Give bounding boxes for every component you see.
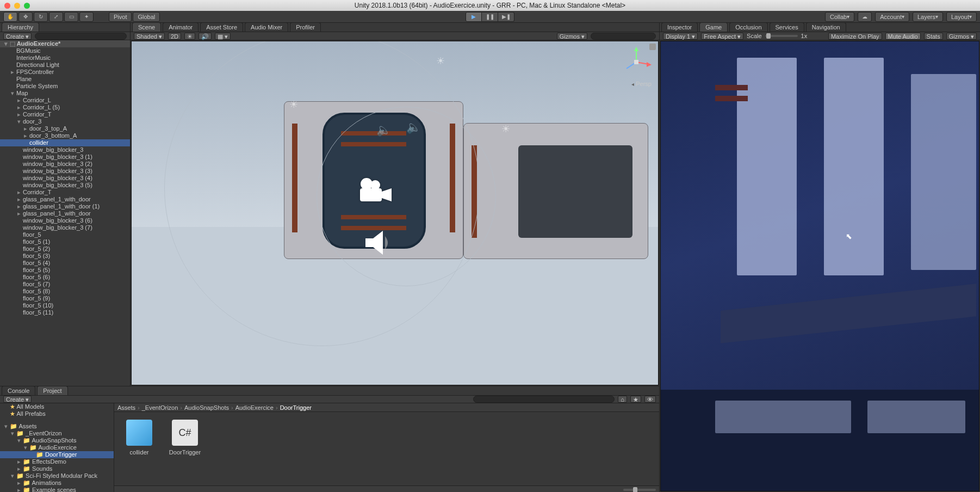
hierarchy-item[interactable]: ▾door_3 bbox=[0, 118, 130, 125]
hierarchy-item[interactable]: floor_5 (9) bbox=[0, 295, 130, 302]
shading-mode-dropdown[interactable]: Shaded ▾ bbox=[134, 33, 165, 40]
asset-item[interactable]: C#DoorTrigger bbox=[168, 420, 202, 456]
project-folder[interactable]: ▸📁 Example scenes bbox=[0, 487, 114, 492]
tab-console[interactable]: Console bbox=[2, 386, 35, 395]
breadcrumb-segment[interactable]: _EventOrizon bbox=[142, 404, 178, 411]
hierarchy-item[interactable]: ▸door_3_bottom_A bbox=[0, 132, 130, 139]
global-toggle-button[interactable]: Global bbox=[133, 12, 160, 22]
project-hidden-button[interactable]: 👁 bbox=[644, 396, 656, 403]
hierarchy-item[interactable]: ▸Corridor_T bbox=[0, 189, 130, 196]
scene-maximize-button[interactable] bbox=[649, 44, 656, 50]
breadcrumb-segment[interactable]: Assets bbox=[117, 404, 135, 411]
tab-hierarchy[interactable]: Hierarchy bbox=[2, 22, 39, 32]
camera-gizmo-icon[interactable] bbox=[355, 177, 393, 205]
asset-item[interactable]: collider bbox=[122, 420, 157, 456]
orientation-gizmo[interactable] bbox=[621, 47, 652, 77]
tab-inspector[interactable]: Inspector bbox=[661, 22, 698, 32]
hierarchy-item[interactable]: ▸glass_panel_1_with_door bbox=[0, 210, 130, 217]
game-gizmos-dropdown[interactable]: Gizmos ▾ bbox=[946, 33, 977, 40]
hierarchy-item[interactable]: window_big_blocker_3 bbox=[0, 146, 130, 153]
rect-tool-button[interactable]: ▭ bbox=[64, 12, 78, 22]
scene-light-toggle[interactable]: ☀ bbox=[184, 33, 195, 40]
hierarchy-item[interactable]: window_big_blocker_3 (3) bbox=[0, 168, 130, 175]
pivot-toggle-button[interactable]: Pivot bbox=[109, 12, 132, 22]
cloud-button[interactable]: ☁ bbox=[858, 12, 872, 22]
hierarchy-item[interactable]: ▾Map bbox=[0, 90, 130, 97]
project-favorite-button[interactable]: ★ bbox=[630, 396, 641, 403]
step-button[interactable]: ▶❚ bbox=[498, 12, 514, 22]
breadcrumb-segment[interactable]: AudioExercice bbox=[235, 404, 274, 411]
hierarchy-item[interactable]: floor_5 (1) bbox=[0, 238, 130, 245]
tab-navigation[interactable]: Navigation bbox=[806, 22, 846, 32]
mute-audio-toggle[interactable]: Mute Audio bbox=[885, 33, 921, 40]
tab-asset-store[interactable]: Asset Store bbox=[200, 22, 243, 32]
hierarchy-item[interactable]: floor_5 (6) bbox=[0, 274, 130, 281]
hierarchy-item[interactable]: ▸FPSController bbox=[0, 69, 130, 76]
tab-project[interactable]: Project bbox=[37, 386, 67, 395]
tab-audio-mixer[interactable]: Audio Mixer bbox=[245, 22, 288, 32]
tab-services[interactable]: Services bbox=[770, 22, 804, 32]
hierarchy-item[interactable]: window_big_blocker_3 (2) bbox=[0, 161, 130, 168]
hierarchy-item[interactable]: Plane bbox=[0, 76, 130, 83]
hierarchy-item[interactable]: window_big_blocker_3 (7) bbox=[0, 224, 130, 231]
tab-game[interactable]: Game bbox=[699, 22, 728, 32]
hierarchy-item[interactable]: floor_5 (5) bbox=[0, 267, 130, 274]
hierarchy-item[interactable]: Particle System bbox=[0, 83, 130, 90]
project-folder[interactable]: ▸📁 Sounds bbox=[0, 465, 114, 472]
hierarchy-item[interactable]: floor_5 (8) bbox=[0, 288, 130, 295]
collab-dropdown[interactable]: Collab ▾ bbox=[825, 12, 854, 22]
audio-gizmo-icon[interactable] bbox=[360, 226, 393, 259]
project-folder[interactable]: ▸📁 EffectsDemo bbox=[0, 458, 114, 465]
hierarchy-item[interactable]: Directional Light bbox=[0, 61, 130, 69]
project-folder[interactable]: 📁 DoorTrigger bbox=[0, 451, 114, 458]
scene-audio-toggle[interactable]: 🔊 bbox=[199, 33, 212, 40]
scene-view[interactable]: ☀ ☀ ☀ 🔈 🔈 ◂ Persp bbox=[131, 41, 659, 385]
hierarchy-item[interactable]: floor_5 (7) bbox=[0, 281, 130, 288]
play-button[interactable]: ▶ bbox=[466, 12, 482, 22]
transform-tool-button[interactable]: ✦ bbox=[79, 12, 94, 22]
stats-toggle[interactable]: Stats bbox=[924, 33, 943, 40]
hierarchy-item[interactable]: ▸door_3_top_A bbox=[0, 125, 130, 132]
project-assets-grid[interactable]: colliderC#DoorTrigger bbox=[114, 412, 659, 485]
project-folder[interactable]: ▾📁 Sci-Fi Styled Modular Pack bbox=[0, 472, 114, 479]
project-folder-tree[interactable]: ★ All Models ★ All Prefabs ▾📁 Assets ▾📁 … bbox=[0, 403, 114, 492]
account-dropdown[interactable]: Account ▾ bbox=[875, 12, 909, 22]
project-folder[interactable]: ▾📁 AudioExercice bbox=[0, 444, 114, 451]
project-icon-size-slider[interactable] bbox=[623, 489, 656, 491]
scale-tool-button[interactable]: ⤢ bbox=[49, 12, 63, 22]
hierarchy-item[interactable]: collider bbox=[0, 139, 130, 146]
layers-dropdown[interactable]: Layers ▾ bbox=[913, 12, 943, 22]
rotate-tool-button[interactable]: ↻ bbox=[34, 12, 48, 22]
project-folder[interactable]: ▸📁 Animations bbox=[0, 479, 114, 487]
hierarchy-item[interactable]: ▸glass_panel_1_with_door (1) bbox=[0, 203, 130, 210]
mode-2d-toggle[interactable]: 2D bbox=[168, 33, 181, 40]
aspect-dropdown[interactable]: Free Aspect ▾ bbox=[701, 33, 743, 40]
hierarchy-item[interactable]: ▸glass_panel_1_with_door bbox=[0, 196, 130, 203]
hierarchy-create-dropdown[interactable]: Create ▾ bbox=[3, 33, 32, 40]
scene-search-input[interactable] bbox=[591, 33, 656, 40]
tab-profiler[interactable]: Profiler bbox=[290, 22, 321, 32]
hierarchy-search-input[interactable] bbox=[35, 33, 127, 40]
projection-label[interactable]: ◂ Persp bbox=[631, 81, 652, 87]
hierarchy-item[interactable]: ▸Corridor_L bbox=[0, 97, 130, 104]
project-folder[interactable]: ▾📁 _EventOrizon bbox=[0, 430, 114, 437]
tab-animator[interactable]: Animator bbox=[163, 22, 199, 32]
hierarchy-item[interactable]: floor_5 (10) bbox=[0, 302, 130, 309]
project-create-dropdown[interactable]: Create ▾ bbox=[3, 396, 32, 403]
hierarchy-item[interactable]: floor_5 (4) bbox=[0, 260, 130, 267]
hierarchy-item[interactable]: floor_5 (3) bbox=[0, 253, 130, 260]
scene-fx-dropdown[interactable]: ▦ ▾ bbox=[215, 33, 231, 40]
tab-scene[interactable]: Scene bbox=[132, 22, 161, 32]
display-dropdown[interactable]: Display 1 ▾ bbox=[663, 33, 698, 40]
hierarchy-item[interactable]: window_big_blocker_3 (6) bbox=[0, 217, 130, 224]
breadcrumb-segment[interactable]: DoorTrigger bbox=[280, 404, 312, 411]
hierarchy-item[interactable]: InteriorMusic bbox=[0, 54, 130, 61]
hierarchy-item[interactable]: floor_5 (2) bbox=[0, 245, 130, 253]
hierarchy-item[interactable]: ▸Corridor_T bbox=[0, 111, 130, 118]
hierarchy-item[interactable]: BGMusic bbox=[0, 47, 130, 54]
hierarchy-item[interactable]: window_big_blocker_3 (1) bbox=[0, 153, 130, 161]
gizmos-dropdown[interactable]: Gizmos ▾ bbox=[557, 33, 587, 40]
scene-header[interactable]: ▾⬚ AudioExercice* bbox=[0, 40, 130, 47]
layout-dropdown[interactable]: Layout ▾ bbox=[946, 12, 977, 22]
hierarchy-item[interactable]: floor_5 (11) bbox=[0, 309, 130, 316]
